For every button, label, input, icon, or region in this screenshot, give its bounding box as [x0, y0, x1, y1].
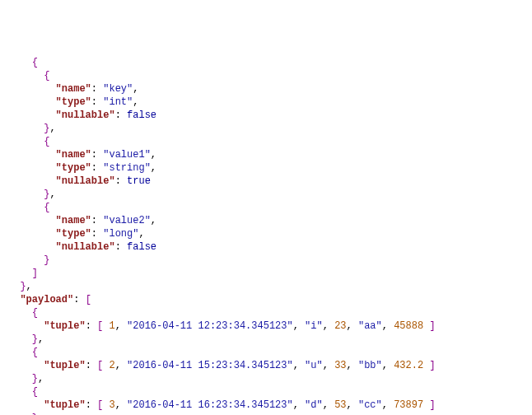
json-code-block: { { "name": "key", "type": "int", "nulla… [8, 56, 524, 415]
